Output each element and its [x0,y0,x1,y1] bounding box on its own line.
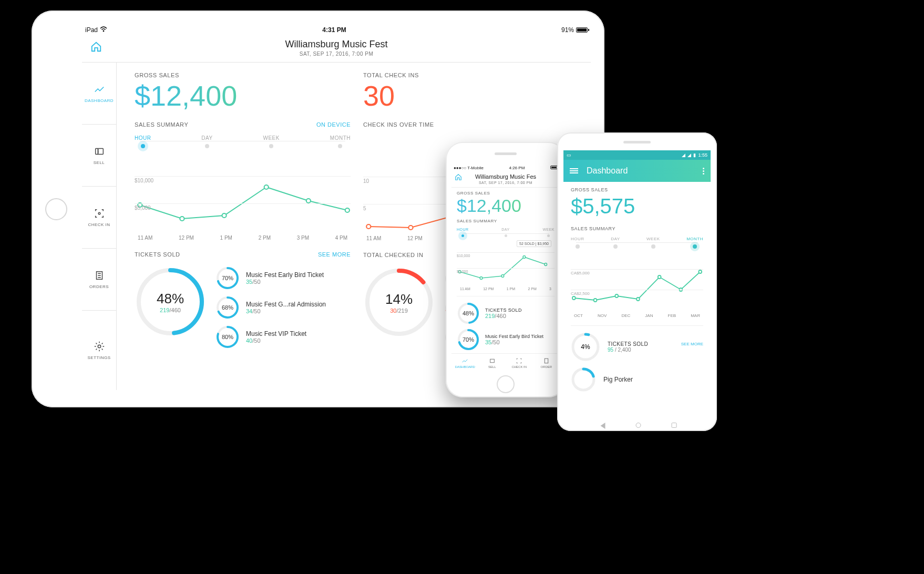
battery-icon: ▮ [693,152,696,158]
svg-point-37 [545,263,547,266]
battery-icon [550,166,558,170]
android-nav-bar [598,423,677,429]
home-icon[interactable] [636,423,641,428]
chart-icon [94,84,105,95]
event-subtitle: SAT, SEP 17, 2016, 7:00 PM [82,51,591,57]
device-name: iPad [85,26,98,34]
tickets-sold-label: TICKETS SOLD [135,251,180,258]
battery-pct: 91% [561,26,574,34]
tickets-sold-summary[interactable]: 4% TICKETS SOLD SEE MORE 95 / 2,400 [571,325,703,362]
svg-point-45 [594,299,597,302]
overflow-icon[interactable] [703,168,704,175]
svg-rect-1 [95,149,103,155]
ticket-type-row[interactable]: 70% Music Fest Early Bird Ticket35/50 [457,326,555,351]
sidebar-item-orders[interactable]: ORDERS [82,249,116,311]
see-more-link[interactable]: SEE MORE [681,342,703,346]
ticket-type-row[interactable]: 80% Music Fest VIP Ticket40/50 [215,325,351,349]
sidebar-item-settings[interactable]: SETTINGS [82,311,116,390]
x-axis: 11 AM12 PM1 PM2 PM3 [457,287,555,291]
status-time: 4:31 PM [107,26,561,34]
svg-rect-43 [545,358,548,363]
status-time: 4:26 PM [509,166,525,170]
sidebar: DASHBOARD SELL CHECK IN ORDERS SETTINGS [82,63,117,390]
range-tab-hour[interactable]: HOUR [135,135,151,148]
range-tab-month[interactable]: MONTH [686,237,703,249]
range-tab-hour[interactable]: HOUR [571,237,584,249]
iphone-device: ●●●○○ T-Mobile 4:26 PM Williamsburg Musi… [446,142,566,397]
vendor-row[interactable]: Pig Porker [571,367,703,392]
svg-point-9 [306,199,311,203]
total-checkins-label: TOTAL CHECK INS [363,72,579,78]
vendor-donut [571,367,596,392]
iphone-home-button[interactable] [497,375,515,393]
gross-sales-label: GROSS SALES [571,187,703,192]
tickets-sold-donut: 48%219/460 [135,266,206,337]
range-tab-week[interactable]: WEEK [263,135,280,148]
sidebar-item-checkin[interactable]: CHECK IN [82,187,116,249]
total-checked-in-label: TOTAL CHECKED IN [363,252,424,258]
range-tab-day[interactable]: DAY [501,228,509,237]
gear-icon [94,341,105,352]
android-device: ▭ ◢ ◢ ▮ 1:55 Dashboard GROSS SALES $5,57… [557,132,717,431]
back-icon[interactable] [598,423,605,429]
recents-icon[interactable] [672,423,677,428]
see-more-link[interactable]: SEE MORE [318,251,351,258]
home-icon[interactable] [90,41,102,53]
carrier: T-Mobile [467,166,484,170]
sidebar-label: SETTINGS [87,355,110,360]
tickets-sold-label: TICKETS SOLD [608,341,648,347]
range-tab-day[interactable]: DAY [611,237,620,249]
gross-sales-value: $12,400 [135,81,351,110]
ticket-icon [94,146,105,157]
x-axis: OCTNOVDECJANFEBMAR [571,313,703,318]
sidebar-label: ORDERS [89,284,109,289]
event-subtitle: SAT, SEP 17, 2016, 7:00 PM [451,181,560,184]
sidebar-item-dashboard[interactable]: DASHBOARD [82,63,116,125]
android-screen: ▭ ◢ ◢ ▮ 1:55 Dashboard GROSS SALES $5,57… [563,150,711,413]
receipt-icon [94,270,105,281]
tab-orders[interactable]: ORDER [533,354,560,372]
tab-checkin[interactable]: CHECK IN [506,354,533,372]
checked-in-donut: 14%30/219 [363,266,435,338]
sales-column: GROSS SALES $12,400 SALES SUMMARY ON DEV… [135,72,351,390]
tab-dashboard[interactable]: DASHBOARD [451,354,479,372]
svg-point-20 [408,226,413,230]
tickets-sold-summary[interactable]: 48% TICKETS SOLD219/460 [457,296,555,325]
range-tab-hour[interactable]: HOUR [457,228,469,237]
event-title: Williamsburg Music Fest [82,39,591,50]
svg-point-8 [264,185,269,189]
sidebar-label: CHECK IN [88,222,110,227]
sales-summary-label: SALES SUMMARY [571,226,703,231]
menu-icon[interactable] [570,168,578,173]
android-status-bar: ▭ ◢ ◢ ▮ 1:55 [563,150,711,160]
range-tab-week[interactable]: WEEK [646,237,660,249]
ticket-type-row[interactable]: 70% Music Fest Early Bird Ticket35/50 [215,266,351,290]
speaker [623,141,651,144]
event-title: Williamsburg Music Fes [451,173,560,180]
sales-chart: $10,000 $5,000 11 AM12 PM 1 PM2 PM [135,164,351,232]
tickets-sold-block: 48%219/460 70% Music Fest Early Bird Tic… [135,266,351,349]
ipad-home-button[interactable] [45,198,67,220]
app-header: Williamsburg Music Fest SAT, SEP 17, 201… [82,36,591,63]
sidebar-label: DASHBOARD [85,98,114,103]
svg-rect-42 [490,359,494,363]
chart-tooltip: 52 SOLD | $3,950 [517,240,551,247]
svg-point-34 [480,277,482,280]
svg-point-44 [572,296,576,300]
tab-bar: DASHBOARD SELL CHECK IN ORDER [451,353,560,372]
ticket-type-row[interactable]: 68% Music Fest G...ral Admission34/50 [215,295,351,320]
sidebar-item-sell[interactable]: SELL [82,125,116,187]
svg-point-35 [501,275,504,278]
tab-sell[interactable]: SELL [479,354,506,372]
range-tab-month[interactable]: MONTH [330,135,351,148]
scan-icon [94,208,105,219]
range-tab-week[interactable]: WEEK [542,228,555,237]
gross-sales-label: GROSS SALES [457,191,555,196]
dashboard-content: GROSS SALES $5,575 SALES SUMMARY HOUR DA… [563,182,711,392]
total-checkins-value: 30 [363,81,579,110]
home-icon[interactable] [455,173,462,181]
notification-icon: ▭ [567,152,571,158]
range-tab-day[interactable]: DAY [201,135,212,148]
wifi-icon [100,26,107,34]
on-device-toggle[interactable]: ON DEVICE [316,121,351,128]
